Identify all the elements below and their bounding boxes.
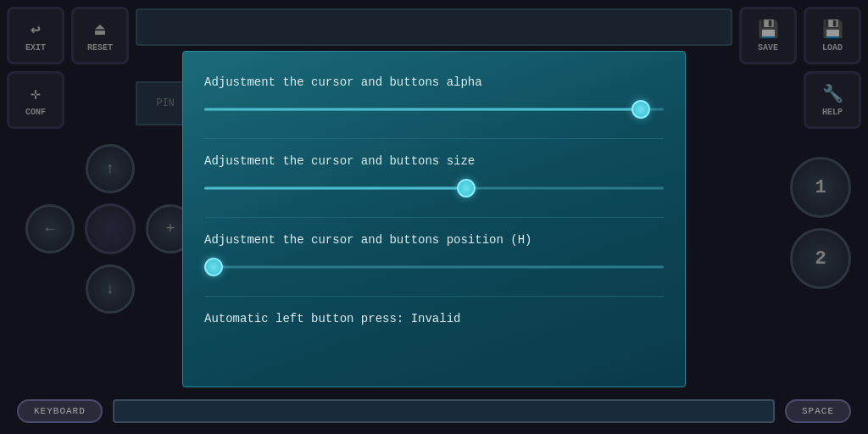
size-slider-container[interactable] xyxy=(204,180,664,197)
position-setting-section: Adjustment the cursor and buttons positi… xyxy=(204,226,664,282)
size-setting-label: Adjustment the cursor and buttons size xyxy=(204,154,664,168)
settings-modal: Adjustment the cursor and buttons alpha … xyxy=(182,51,686,387)
auto-button-label: Automatic left button press: Invalid xyxy=(204,312,664,326)
position-slider-track xyxy=(204,266,664,269)
alpha-slider-thumb[interactable] xyxy=(632,100,650,119)
keyboard-label: KEYBOARD xyxy=(34,406,86,416)
keyboard-button[interactable]: KEYBOARD xyxy=(17,399,103,423)
divider-1 xyxy=(204,138,664,139)
size-slider-thumb[interactable] xyxy=(457,179,476,198)
alpha-slider-container[interactable] xyxy=(204,101,664,118)
size-slider-track xyxy=(204,187,664,190)
alpha-setting-section: Adjustment the cursor and buttons alpha xyxy=(204,69,664,125)
size-setting-section: Adjustment the cursor and buttons size xyxy=(204,147,664,203)
space-button[interactable]: SPACE xyxy=(785,399,851,423)
alpha-slider-fill xyxy=(204,108,641,111)
space-label: SPACE xyxy=(802,406,834,416)
auto-button-section: Automatic left button press: Invalid xyxy=(204,305,664,326)
bottom-bar: KEYBOARD SPACE xyxy=(0,395,868,427)
divider-3 xyxy=(204,296,664,297)
alpha-slider-track xyxy=(204,108,664,111)
bottom-text-input[interactable] xyxy=(113,399,775,423)
position-slider-thumb[interactable] xyxy=(204,258,223,276)
position-setting-label: Adjustment the cursor and buttons positi… xyxy=(204,233,664,247)
position-slider-container[interactable] xyxy=(204,259,664,275)
divider-2 xyxy=(204,217,664,218)
alpha-setting-label: Adjustment the cursor and buttons alpha xyxy=(204,75,664,89)
size-slider-fill xyxy=(204,187,466,190)
